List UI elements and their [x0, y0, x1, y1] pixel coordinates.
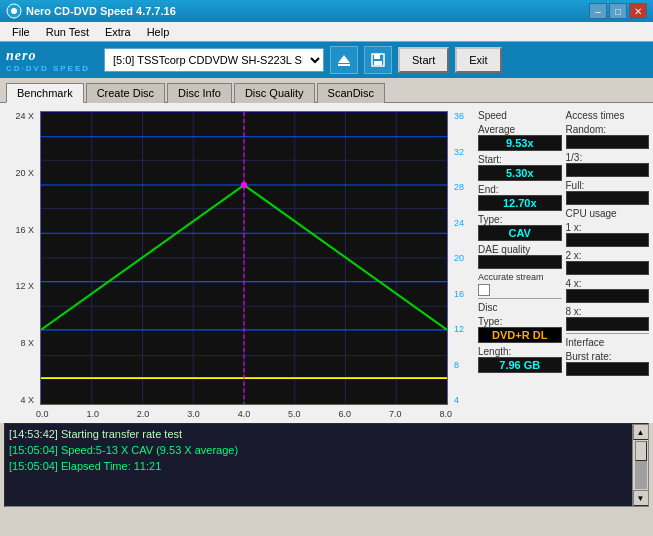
y-right-16: 16 [454, 289, 474, 299]
log-scrollbar: ▲ ▼ [632, 424, 648, 506]
toolbar: nero CD·DVD SPEED [5:0] TSSTcorp CDDVDW … [0, 42, 653, 78]
eject-button[interactable] [330, 46, 358, 74]
x-label-7: 7.0 [389, 409, 402, 419]
interface-label: Interface [566, 337, 650, 348]
svg-rect-3 [338, 64, 350, 66]
full-label: Full: [566, 180, 650, 191]
y-right-20: 20 [454, 253, 474, 263]
burst-rate-label: Burst rate: [566, 351, 650, 362]
accurate-stream-label: Accurate stream [478, 272, 562, 282]
title-bar: Nero CD-DVD Speed 4.7.7.16 – □ ✕ [0, 0, 653, 22]
stats-right-col: Access times Random: 1/3: Full: CPU usag… [566, 107, 650, 376]
accurate-stream-checkbox-row [478, 284, 562, 296]
start-button[interactable]: Start [398, 47, 449, 73]
cpu-2x-label: 2 x: [566, 250, 650, 261]
title-bar-text: Nero CD-DVD Speed 4.7.7.16 [26, 5, 589, 17]
log-line-1: [15:05:04] Speed:5-13 X CAV (9.53 X aver… [9, 442, 628, 458]
cpu-2x-value [566, 261, 650, 275]
y-right-12: 12 [454, 324, 474, 334]
cpu-8x-label: 8 x: [566, 306, 650, 317]
y-label-24x: 24 X [4, 111, 36, 121]
tab-benchmark[interactable]: Benchmark [6, 83, 84, 103]
log-area: [14:53:42] Starting transfer rate test [… [4, 423, 649, 507]
end-value: 12.70x [478, 195, 562, 211]
svg-marker-2 [338, 55, 350, 63]
tab-create-disc[interactable]: Create Disc [86, 83, 165, 103]
cpu-1x-value [566, 233, 650, 247]
x-label-3: 3.0 [187, 409, 200, 419]
cpu-1x-label: 1 x: [566, 222, 650, 233]
log-time-0: [14:53:42] [9, 428, 58, 440]
menu-extra[interactable]: Extra [97, 24, 139, 40]
main-content: 24 X 20 X 16 X 12 X 8 X 4 X [0, 103, 653, 423]
length-value: 7.96 GB [478, 357, 562, 373]
stats-columns: Speed Average 9.53x Start: 5.30x End: 12… [478, 107, 649, 376]
app-icon [6, 3, 22, 19]
random-value [566, 135, 650, 149]
x-label-8: 8.0 [439, 409, 452, 419]
speed-label: Speed [478, 110, 562, 121]
nero-logo-sub: CD·DVD SPEED [6, 64, 90, 73]
disc-type-value: DVD+R DL [478, 327, 562, 343]
log-time-1: [15:05:04] [9, 444, 58, 456]
burst-rate-value [566, 362, 650, 376]
y-right-24: 24 [454, 218, 474, 228]
close-button[interactable]: ✕ [629, 3, 647, 19]
start-label: Start: [478, 154, 562, 165]
log-msg-1: Speed:5-13 X CAV (9.53 X average) [61, 444, 238, 456]
log-line-2: [15:05:04] Elapsed Time: 11:21 [9, 458, 628, 474]
length-label: Length: [478, 346, 562, 357]
maximize-button[interactable]: □ [609, 3, 627, 19]
one-third-label: 1/3: [566, 152, 650, 163]
log-content: [14:53:42] Starting transfer rate test [… [5, 424, 632, 506]
y-right-8: 8 [454, 360, 474, 370]
type-label: Type: [478, 214, 562, 225]
y-label-16x: 16 X [4, 225, 36, 235]
menu-bar: File Run Test Extra Help [0, 22, 653, 42]
scroll-thumb[interactable] [635, 441, 647, 461]
right-panel: Speed Average 9.53x Start: 5.30x End: 12… [478, 103, 653, 423]
scroll-track [635, 441, 647, 489]
accurate-stream-checkbox[interactable] [478, 284, 490, 296]
menu-run-test[interactable]: Run Test [38, 24, 97, 40]
x-label-2: 2.0 [137, 409, 150, 419]
scroll-up-button[interactable]: ▲ [633, 424, 649, 440]
type-value: CAV [478, 225, 562, 241]
y-label-20x: 20 X [4, 168, 36, 178]
title-bar-buttons: – □ ✕ [589, 3, 647, 19]
exit-button[interactable]: Exit [455, 47, 501, 73]
y-right-36: 36 [454, 111, 474, 121]
x-label-6: 6.0 [339, 409, 352, 419]
svg-point-1 [11, 8, 17, 14]
x-label-1: 1.0 [86, 409, 99, 419]
scroll-down-button[interactable]: ▼ [633, 490, 649, 506]
drive-select[interactable]: [5:0] TSSTcorp CDDVDW SH-S223L SB04 [104, 48, 324, 72]
cpu-4x-label: 4 x: [566, 278, 650, 289]
tab-disc-info[interactable]: Disc Info [167, 83, 232, 103]
dae-quality-value [478, 255, 562, 269]
save-button[interactable] [364, 46, 392, 74]
y-label-8x: 8 X [4, 338, 36, 348]
menu-help[interactable]: Help [139, 24, 178, 40]
average-label: Average [478, 124, 562, 135]
stats-left-col: Speed Average 9.53x Start: 5.30x End: 12… [478, 107, 562, 376]
menu-file[interactable]: File [4, 24, 38, 40]
nero-logo: nero CD·DVD SPEED [6, 48, 90, 73]
tab-scan-disc[interactable]: ScanDisc [317, 83, 385, 103]
tab-disc-quality[interactable]: Disc Quality [234, 83, 315, 103]
cpu-8x-value [566, 317, 650, 331]
full-value [566, 191, 650, 205]
log-line-0: [14:53:42] Starting transfer rate test [9, 426, 628, 442]
svg-rect-6 [374, 61, 382, 65]
dae-quality-label: DAE quality [478, 244, 562, 255]
disc-label: Disc [478, 302, 562, 313]
log-msg-0: Starting transfer rate test [61, 428, 182, 440]
cpu-usage-label: CPU usage [566, 208, 650, 219]
x-label-0: 0.0 [36, 409, 49, 419]
x-label-4: 4.0 [238, 409, 251, 419]
minimize-button[interactable]: – [589, 3, 607, 19]
svg-point-31 [241, 182, 247, 189]
svg-rect-5 [374, 54, 380, 59]
cpu-4x-value [566, 289, 650, 303]
average-value: 9.53x [478, 135, 562, 151]
